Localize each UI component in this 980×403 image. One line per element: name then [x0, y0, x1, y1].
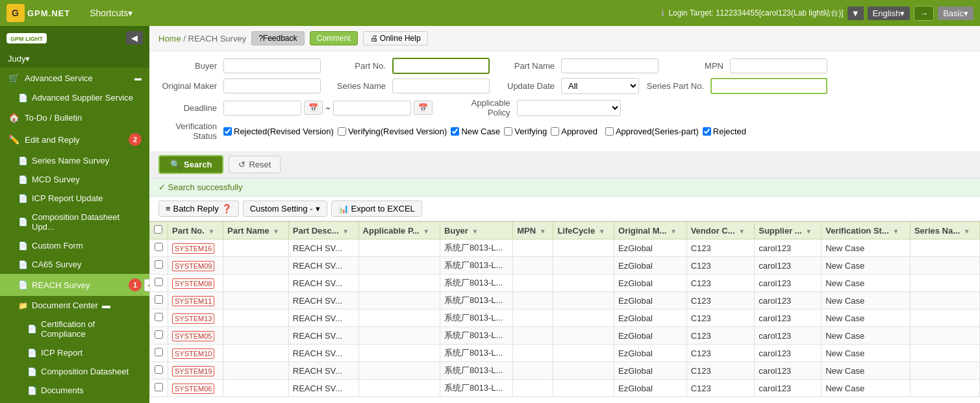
part-name-label: Part Name [496, 61, 555, 71]
applicable-policy-select[interactable] [517, 100, 621, 116]
mpn-input[interactable] [730, 58, 827, 73]
cb-rejected-input[interactable] [703, 127, 711, 136]
sidebar-item-todo[interactable]: 🏠 To-Do / Bulletin [0, 107, 149, 128]
search-label: Search [184, 160, 212, 169]
cb-verifying-input[interactable] [504, 127, 512, 136]
cb-rejected-revised[interactable]: Rejected(Revised Version) [223, 127, 334, 136]
buyer-input[interactable] [223, 58, 321, 73]
part-no-link-3[interactable]: SYSTEM11 [172, 296, 214, 306]
sort-icon-lifecycle[interactable]: ▼ [599, 228, 605, 235]
cell-buyer-1: 系统厂8013-L... [440, 257, 513, 275]
custom-setting-button[interactable]: Custom Setting - ▾ [243, 201, 327, 217]
sidebar-item-custom-form[interactable]: 📄 Custom Form [0, 236, 149, 255]
sort-icon-part-no[interactable]: ▼ [208, 228, 214, 235]
cb-approved-series-input[interactable] [605, 127, 614, 136]
cb-verifying[interactable]: Verifying [504, 127, 547, 136]
sidebar-back-button[interactable]: ◀ [126, 31, 143, 45]
sidebar-item-series-name[interactable]: 📄 Series Name Survey [0, 151, 149, 170]
part-no-link-7[interactable]: SYSTEM19 [172, 366, 214, 376]
series-name-input[interactable] [392, 79, 490, 93]
sidebar-item-reach[interactable]: 📄 REACH Survey 1 ◀ [0, 274, 149, 296]
series-part-no-input[interactable] [710, 78, 827, 94]
export-label: Export to EXCEL [351, 204, 415, 214]
sidebar-item-cert[interactable]: 📄 Certification of Compliance [0, 315, 149, 343]
basic-button[interactable]: Basic▾ [938, 6, 974, 20]
feedback-button[interactable]: ?Feedback [251, 31, 304, 45]
export-excel-button[interactable]: 📊 Export to EXCEL [331, 201, 422, 217]
row-checkbox-1[interactable] [155, 260, 163, 269]
sort-icon-supplier[interactable]: ▼ [805, 228, 812, 235]
cb-approved[interactable]: Approved [551, 127, 597, 136]
cb-rejected[interactable]: Rejected [703, 127, 746, 136]
cb-rejected-revised-input[interactable] [223, 127, 232, 136]
part-no-link-8[interactable]: SYSTEM06 [172, 384, 214, 394]
part-no-link-1[interactable]: SYSTEM09 [172, 261, 214, 271]
breadcrumb-home[interactable]: Home [158, 34, 181, 43]
row-checkbox-4[interactable] [155, 313, 163, 321]
row-checkbox-2[interactable] [155, 278, 163, 286]
sort-icon-vendor[interactable]: ▼ [738, 228, 745, 235]
comment-button[interactable]: Comment [310, 31, 358, 45]
sidebar-item-doc-center[interactable]: 📁 Document Center ▬ [0, 296, 149, 315]
deadline-from-input[interactable] [223, 101, 301, 116]
part-no-link-2[interactable]: SYSTEM08 [172, 278, 214, 289]
sidebar-item-advanced-service[interactable]: 🛒 Advanced Service ▬ [0, 67, 149, 88]
part-no-link-5[interactable]: SYSTEM05 [172, 331, 214, 341]
cb-new-case[interactable]: New Case [451, 127, 500, 136]
select-all-checkbox[interactable] [154, 225, 162, 234]
cb-verifying-revised[interactable]: Verifying(Revised Version) [338, 127, 447, 136]
sort-icon-series[interactable]: ▼ [964, 228, 970, 235]
row-checkbox-8[interactable] [155, 383, 163, 391]
sidebar-item-icp-update[interactable]: 📄 ICP Report Update [0, 189, 149, 208]
deadline-to-input[interactable] [333, 101, 411, 116]
calendar-icon-from[interactable]: 📅 [304, 101, 323, 115]
cb-new-case-input[interactable] [451, 127, 459, 136]
part-no-link-6[interactable]: SYSTEM10 [172, 348, 214, 359]
part-name-input[interactable] [561, 58, 659, 73]
language-button[interactable]: English▾ [868, 6, 911, 20]
cb-verifying-revised-input[interactable] [338, 127, 346, 136]
login-dropdown-button[interactable]: ▼ [848, 6, 864, 20]
sidebar-item-icp-report[interactable]: 📄 ICP Report [0, 343, 149, 362]
cell-supplier-2: carol123 [755, 275, 822, 292]
sidebar-item-edit-reply[interactable]: ✏️ Edit and Reply 2 [0, 128, 149, 151]
row-checkbox-0[interactable] [155, 243, 163, 251]
update-date-label: Update Date [496, 81, 555, 91]
sidebar-item-comp2[interactable]: 📄 Composition Datasheet [0, 362, 149, 381]
sidebar-item-self-mgt[interactable]: ✏️ Self-Mgt. ▬ [0, 400, 149, 403]
row-checkbox-7[interactable] [155, 365, 163, 374]
row-checkbox-5[interactable] [155, 330, 163, 339]
update-date-select[interactable]: All [561, 78, 639, 94]
row-checkbox-3[interactable] [155, 295, 163, 304]
sort-icon-applicable[interactable]: ▼ [423, 228, 429, 235]
calendar-icon-to[interactable]: 📅 [414, 101, 433, 115]
sidebar-item-mcd[interactable]: 📄 MCD Survey [0, 170, 149, 189]
shortcuts-button[interactable]: Shortcuts▾ [90, 8, 132, 18]
original-maker-input[interactable] [223, 79, 321, 93]
sort-icon-original[interactable]: ▼ [670, 228, 677, 235]
part-no-link-4[interactable]: SYSTEM13 [172, 313, 214, 324]
sidebar-item-ca65[interactable]: 📄 CA65 Survey [0, 255, 149, 274]
row-checkbox-6[interactable] [155, 348, 163, 356]
sidebar-item-documents[interactable]: 📄 Documents [0, 381, 149, 400]
cell-original-5: EzGlobal [614, 327, 687, 345]
part-no-input[interactable] [392, 58, 490, 74]
part-no-link-0[interactable]: SYSTEM16 [172, 243, 214, 254]
sort-icon-mpn[interactable]: ▼ [540, 228, 546, 235]
mpn-label: MPN [665, 61, 723, 71]
sort-icon-buyer[interactable]: ▼ [472, 228, 479, 235]
sidebar-label-edit-reply: Edit and Reply [25, 135, 80, 145]
batch-reply-button[interactable]: ≡ Batch Reply ❓ [158, 201, 239, 217]
arrow-button[interactable]: → [914, 6, 934, 21]
sidebar-label-ca65: CA65 Survey [32, 260, 82, 269]
sort-icon-part-name[interactable]: ▼ [273, 228, 279, 235]
sort-icon-desc[interactable]: ▼ [342, 228, 349, 235]
online-help-button[interactable]: 🖨 Online Help [363, 31, 428, 45]
cb-approved-input[interactable] [551, 127, 559, 136]
sidebar-item-composition[interactable]: 📄 Composition Datasheet Upd... [0, 208, 149, 236]
cb-approved-series[interactable]: Approved(Series-part) [605, 127, 699, 136]
reset-button[interactable]: ↺ Reset [229, 156, 281, 173]
sort-icon-verification[interactable]: ▼ [892, 228, 899, 235]
sidebar-item-advanced-supplier[interactable]: 📄 Advanced Supplier Service [0, 88, 149, 107]
search-button[interactable]: 🔍 Search [158, 155, 223, 174]
